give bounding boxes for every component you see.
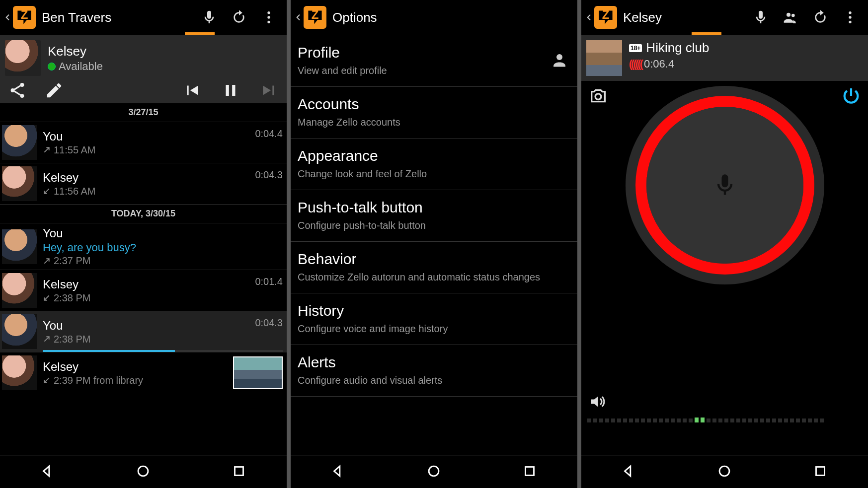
nav-back[interactable]	[621, 463, 637, 482]
option-accounts[interactable]: Accounts Manage Zello accounts	[291, 87, 577, 139]
mic-icon	[712, 172, 738, 198]
msg-sender: Kelsey	[43, 278, 251, 291]
back-button[interactable]	[294, 0, 304, 35]
camera-button[interactable]	[588, 86, 608, 108]
pause-button[interactable]	[221, 81, 240, 100]
opt-sub: View and edit profile	[298, 64, 570, 77]
mic-tab[interactable]	[194, 0, 224, 35]
options-list: Profile View and edit profile Accounts M…	[291, 35, 577, 455]
opt-sub: Customize Zello autorun and automatic st…	[298, 271, 570, 284]
page-title: Options	[332, 10, 574, 25]
message-row[interactable]: You Hey, are you busy? 2:37 PM	[0, 223, 287, 270]
opt-title: Alerts	[298, 354, 570, 371]
overflow-menu[interactable]	[254, 0, 284, 35]
history-tab[interactable]	[805, 0, 835, 35]
msg-time: 11:55 AM	[54, 144, 96, 156]
screen-chat: Ben Travers Kelsey Available	[0, 0, 287, 488]
opt-sub: Change look and feel of Zello	[298, 167, 570, 181]
option-profile[interactable]: Profile View and edit profile	[291, 35, 577, 87]
msg-sender: You	[43, 319, 251, 333]
msg-sender: You	[43, 130, 251, 143]
nav-back[interactable]	[330, 463, 347, 482]
channel-timer: 0:06.4	[644, 58, 674, 70]
share-button[interactable]	[8, 81, 27, 100]
channel-name: Hiking club	[646, 40, 709, 56]
msg-time: 2:38 PM	[54, 334, 90, 345]
tab-indicator	[692, 32, 721, 35]
avatar	[2, 314, 37, 349]
nav-back[interactable]	[39, 463, 56, 482]
nav-home[interactable]	[425, 463, 442, 482]
nav-home[interactable]	[716, 463, 733, 482]
contact-status: Available	[59, 60, 103, 73]
history-tab[interactable]	[224, 0, 254, 35]
ptt-button[interactable]	[626, 86, 824, 284]
actionbar: Ben Travers	[0, 0, 287, 35]
message-row[interactable]: You 11:55 AM 0:04.4	[0, 122, 287, 163]
msg-sender: You	[43, 226, 283, 240]
power-button[interactable]	[841, 86, 861, 108]
option-alerts[interactable]: Alerts Configure audio and visual alerts	[291, 345, 577, 397]
message-row[interactable]: Kelsey 2:39 PM from library	[0, 352, 287, 393]
users-tab[interactable]	[776, 0, 805, 35]
avatar	[2, 229, 37, 264]
prev-button[interactable]	[182, 81, 201, 100]
date-separator: TODAY, 3/30/15	[0, 204, 287, 223]
option-appearance[interactable]: Appearance Change look and feel of Zello	[291, 139, 577, 190]
overflow-menu[interactable]	[835, 0, 865, 35]
app-logo[interactable]	[594, 6, 617, 29]
message-row[interactable]: Kelsey 11:56 AM 0:04.3	[0, 163, 287, 204]
contact-avatar[interactable]	[5, 40, 41, 76]
opt-sub: Manage Zello accounts	[298, 116, 570, 129]
contact-name: Kelsey	[48, 44, 103, 59]
age-badge: 18+	[629, 44, 642, 52]
page-title: Ben Travers	[42, 10, 194, 25]
image-thumbnail[interactable]	[233, 356, 283, 389]
wave-icon: ((((((	[629, 58, 642, 70]
edit-button[interactable]	[45, 81, 64, 100]
option-behavior[interactable]: Behavior Customize Zello autorun and aut…	[291, 242, 577, 293]
app-logo[interactable]	[304, 6, 326, 29]
nav-home[interactable]	[135, 463, 152, 482]
mic-tab[interactable]	[746, 0, 776, 35]
nav-recent[interactable]	[521, 463, 538, 482]
avatar	[2, 125, 37, 160]
outgoing-icon	[43, 335, 51, 343]
opt-title: Push-to-talk button	[298, 199, 570, 216]
option-ptt[interactable]: Push-to-talk button Configure push-to-ta…	[291, 190, 577, 242]
avatar	[2, 273, 37, 308]
msg-duration: 0:04.4	[255, 128, 283, 139]
status-dot-icon	[48, 63, 56, 70]
next-button[interactable]	[260, 81, 279, 100]
channel-avatar[interactable]	[586, 40, 622, 76]
back-button[interactable]	[584, 0, 594, 35]
actionbar: Options	[291, 0, 577, 35]
back-button[interactable]	[3, 0, 13, 35]
page-title: Kelsey	[623, 10, 746, 25]
message-row-playing[interactable]: You 2:38 PM 0:04.3	[0, 311, 287, 352]
message-row[interactable]: Kelsey 2:38 PM 0:01.4	[0, 270, 287, 311]
app-logo[interactable]	[13, 6, 36, 29]
option-history[interactable]: History Configure voice and image histor…	[291, 293, 577, 345]
msg-duration: 0:01.4	[255, 276, 283, 287]
avatar	[2, 166, 37, 201]
nav-recent[interactable]	[812, 463, 829, 482]
opt-sub: Configure audio and visual alerts	[298, 374, 570, 387]
opt-title: Profile	[298, 44, 570, 61]
screen-options: Options Profile View and edit profile Ac…	[291, 0, 577, 488]
msg-time: 2:38 PM	[54, 292, 90, 304]
channel-header: 18+ Hiking club (((((( 0:06.4	[581, 35, 868, 81]
tab-indicator	[185, 32, 215, 35]
nav-recent[interactable]	[231, 463, 247, 482]
msg-duration: 0:04.3	[255, 169, 283, 181]
incoming-icon	[43, 187, 51, 195]
android-navbar	[291, 455, 577, 488]
android-navbar	[581, 455, 868, 488]
msg-duration: 0:04.3	[255, 317, 283, 329]
audio-levels	[585, 418, 864, 422]
opt-sub: Configure voice and image history	[298, 322, 570, 336]
msg-sender: Kelsey	[43, 171, 251, 185]
speaker-button[interactable]	[588, 393, 864, 413]
screen-ptt: Kelsey 18+ Hiking club (((((( 0:06.4	[581, 0, 868, 488]
actionbar: Kelsey	[581, 0, 868, 35]
